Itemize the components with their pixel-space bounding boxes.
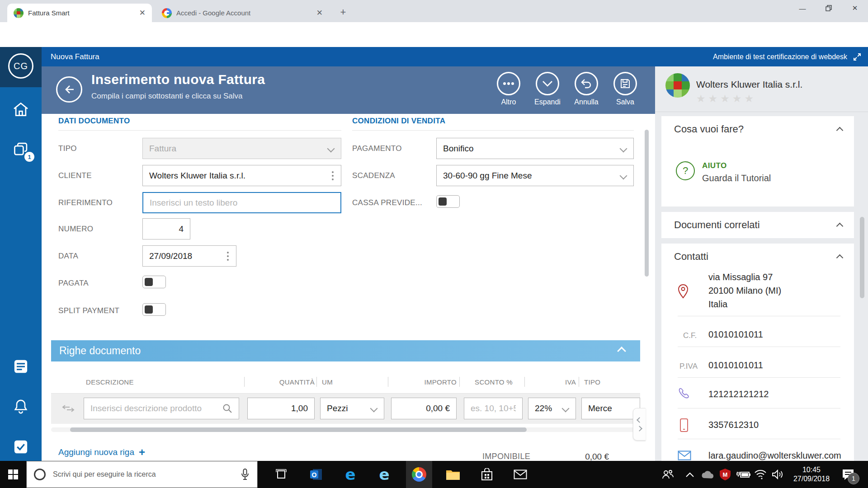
add-row-link[interactable]: Aggiungi nuova riga+ — [58, 446, 145, 459]
col-sconto: SCONTO % — [467, 378, 521, 386]
chevron-up-icon — [836, 254, 844, 262]
sconto-input[interactable] — [471, 404, 516, 413]
righe-documento-header[interactable]: Righe documento — [51, 340, 640, 361]
kebab-menu-icon[interactable] — [227, 252, 229, 261]
riferimento-field[interactable] — [142, 192, 341, 213]
onedrive-icon[interactable] — [698, 461, 717, 488]
page-subtitle: Compila i campi sottostanti e clicca su … — [91, 92, 242, 101]
internet-explorer-icon[interactable]: e — [372, 461, 397, 488]
battery-charging-icon[interactable] — [733, 461, 753, 488]
documents-icon[interactable]: 1 — [11, 139, 31, 159]
microsoft-store-icon[interactable] — [474, 461, 500, 488]
descrizione-input[interactable] — [90, 404, 222, 413]
column-scroll-controls[interactable] — [633, 408, 646, 441]
wifi-icon[interactable] — [751, 461, 770, 488]
split-payment-label: SPLIT PAYMENT — [58, 306, 119, 315]
tab-google-account[interactable]: Accedi - Google Account ✕ — [156, 4, 329, 22]
outlook-icon[interactable]: O — [303, 461, 329, 488]
cliente-field[interactable]: Wolters Kluwer Italia s.r.l. — [142, 165, 341, 186]
split-payment-toggle[interactable] — [142, 303, 166, 316]
action-center-icon[interactable]: 1 — [837, 461, 859, 488]
numero-field[interactable] — [142, 218, 190, 239]
quantita-cell[interactable] — [247, 398, 315, 419]
salva-button[interactable]: Salva — [608, 72, 642, 106]
user-avatar[interactable]: CG — [8, 53, 33, 79]
collapse-chevron-icon[interactable] — [617, 347, 626, 356]
data-field[interactable]: 27/09/2018 — [142, 245, 236, 267]
file-explorer-icon[interactable] — [440, 461, 466, 488]
cf-value: 01010101011 — [708, 329, 763, 340]
chrome-icon[interactable] — [406, 461, 432, 488]
col-tipo: TIPO — [584, 378, 600, 386]
rating-stars[interactable]: ★★★★★ — [696, 93, 756, 105]
sconto-cell[interactable] — [464, 398, 523, 419]
volume-icon[interactable] — [768, 461, 788, 488]
table-horizontal-scrollbar[interactable] — [51, 427, 640, 432]
mobile-value[interactable]: 3357612310 — [708, 420, 759, 430]
annulla-button[interactable]: Annulla — [569, 72, 604, 106]
descrizione-cell[interactable] — [84, 398, 239, 419]
list-icon[interactable] — [11, 357, 31, 376]
contatti-header[interactable]: Contatti — [661, 244, 854, 270]
um-cell[interactable]: Pezzi — [320, 398, 384, 419]
start-button[interactable] — [0, 461, 26, 488]
new-tab-button[interactable]: + — [336, 5, 350, 19]
notifications-badge: 1 — [848, 473, 859, 484]
phone-value[interactable]: 121212121212 — [708, 389, 769, 399]
chevron-up-icon — [836, 223, 844, 230]
search-icon[interactable] — [222, 404, 232, 413]
tab-fattura-smart[interactable]: Fattura Smart ✕ — [7, 4, 152, 22]
taskbar-search-box[interactable]: Scrivi qui per eseguire la ricerca — [26, 461, 258, 488]
cliente-label: CLIENTE — [58, 171, 92, 180]
tab-close-icon[interactable]: ✕ — [139, 8, 146, 18]
tipo-cell[interactable]: Merce — [581, 398, 640, 419]
kebab-menu-icon[interactable] — [332, 171, 334, 180]
quantita-input[interactable] — [254, 404, 308, 413]
pagata-toggle[interactable] — [142, 276, 166, 288]
window-close-button[interactable]: ✕ — [842, 0, 868, 16]
tasks-check-icon[interactable] — [11, 437, 31, 457]
scadenza-select[interactable]: 30-60-90 gg Fine Mese — [436, 165, 634, 186]
mail-icon[interactable] — [508, 461, 533, 488]
taskbar-clock[interactable]: 10:45 27/09/2018 — [787, 461, 836, 488]
home-icon[interactable] — [11, 99, 31, 119]
tray-expand-chevron-icon[interactable] — [682, 461, 698, 488]
mcafee-shield-icon[interactable]: M — [716, 461, 734, 488]
notifications-bell-icon[interactable] — [11, 397, 31, 417]
back-circle-button[interactable] — [56, 76, 82, 103]
edge-icon[interactable]: e — [338, 461, 363, 488]
altro-button[interactable]: Altro — [491, 72, 526, 106]
cosa-vuoi-fare-header[interactable]: Cosa vuoi fare? — [661, 116, 854, 142]
task-view-button[interactable] — [269, 461, 294, 488]
chevron-down-icon — [536, 72, 559, 95]
fullscreen-icon[interactable] — [853, 52, 862, 61]
iva-cell[interactable]: 22% — [528, 398, 576, 419]
wolters-kluwer-favicon — [14, 8, 24, 18]
importo-input[interactable] — [398, 404, 450, 413]
panel-scrollbar[interactable] — [860, 217, 864, 298]
numero-input[interactable] — [149, 224, 184, 234]
mobile-phone-icon — [679, 418, 689, 432]
microphone-icon[interactable] — [241, 469, 249, 480]
tab-close-icon[interactable]: ✕ — [316, 8, 323, 18]
col-descrizione: DESCRIZIONE — [86, 378, 134, 386]
scrollbar-thumb[interactable] — [70, 427, 527, 432]
importo-cell[interactable] — [391, 398, 457, 419]
email-value[interactable]: lara.gaudino@wolterskluwer.com — [708, 450, 841, 461]
map-pin-icon — [678, 284, 689, 299]
invoice-form: DATI DOCUMENTO TIPO Fattura CLIENTE Wolt… — [42, 114, 655, 461]
pagamento-select[interactable]: Bonifico — [436, 138, 634, 159]
window-controls: — ✕ — [789, 0, 868, 16]
espandi-button[interactable]: Espandi — [530, 72, 565, 106]
form-vertical-scrollbar[interactable] — [645, 130, 649, 277]
reorder-row-icon[interactable] — [61, 403, 75, 425]
aiuto-item[interactable]: ? AIUTO Guarda il Tutorial — [676, 161, 771, 183]
documenti-correlati-header[interactable]: Documenti correlati — [661, 212, 854, 238]
scroll-right-icon[interactable] — [637, 426, 642, 432]
people-icon[interactable] — [658, 461, 678, 488]
window-minimize-button[interactable]: — — [789, 0, 816, 16]
cassa-previdenza-toggle[interactable] — [436, 195, 460, 208]
scroll-left-icon[interactable] — [637, 417, 642, 423]
window-restore-button[interactable] — [816, 0, 842, 16]
riferimento-input[interactable] — [150, 198, 334, 208]
